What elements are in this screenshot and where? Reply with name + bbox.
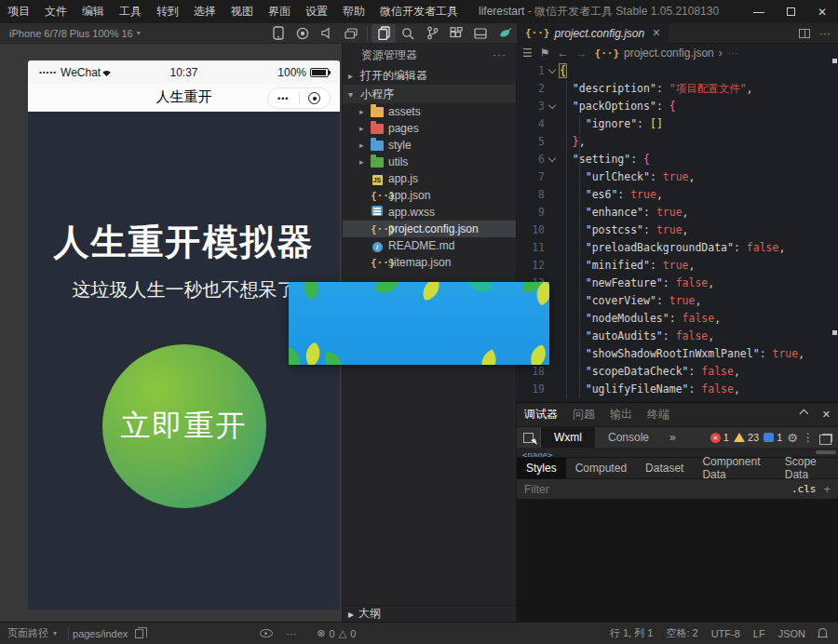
bookmark-icon[interactable]: ⚑ — [540, 47, 550, 60]
tree-item-app.js[interactable]: JSapp.js — [343, 170, 516, 187]
tree-item-README.md[interactable]: iREADME.md — [343, 237, 516, 254]
chevron-right-icon: ▸ — [359, 157, 366, 167]
code-area[interactable]: 1{2 "description": "项目配置文件",3 "packOptio… — [517, 62, 838, 398]
menu-item-编辑[interactable]: 编辑 — [74, 0, 112, 23]
collapse-panel-icon[interactable] — [799, 409, 808, 419]
tree-item-app.wxss[interactable]: app.wxss — [343, 204, 516, 221]
debug-tab-输出[interactable]: 输出 — [610, 407, 632, 423]
tree-item-assets[interactable]: ▸assets — [343, 103, 516, 120]
cls-toggle[interactable]: .cls — [791, 483, 817, 495]
debug-tab-调试器[interactable]: 调试器 — [524, 407, 558, 423]
split-editor-icon[interactable] — [799, 29, 810, 38]
debug-tab-终端[interactable]: 终端 — [647, 407, 669, 423]
fold-chevron-icon[interactable] — [545, 151, 560, 168]
filter-input[interactable]: Filter — [524, 483, 549, 496]
eye-icon[interactable] — [260, 629, 273, 637]
menu-item-界面[interactable]: 界面 — [261, 0, 298, 23]
vertical-dots-icon[interactable]: ⋮ — [803, 431, 814, 444]
windows-icon[interactable] — [339, 24, 363, 43]
inspector-tab-Dataset[interactable]: Dataset — [636, 458, 693, 478]
menu-item-文件[interactable]: 文件 — [37, 0, 74, 23]
fold-chevron-icon[interactable] — [545, 98, 560, 115]
breadcrumb-more[interactable]: ··· — [727, 47, 738, 60]
devtools-tab-Wxml[interactable]: Wxml — [541, 427, 595, 448]
back-arrow-icon[interactable]: ← — [558, 47, 569, 60]
tree-item-style[interactable]: ▸style — [343, 137, 516, 154]
status-11[interactable]: 行 1, 列 1 — [610, 626, 653, 640]
files-icon[interactable] — [372, 24, 396, 43]
outline-section[interactable]: ▸ 大纲 — [343, 605, 516, 622]
close-panel-icon[interactable]: ✕ — [822, 409, 831, 421]
git-branch-icon[interactable] — [420, 24, 444, 43]
inspector-tab-Computed[interactable]: Computed — [566, 458, 636, 478]
inspector-tab-Component-Data[interactable]: Component Data — [693, 458, 775, 478]
add-style-icon[interactable]: + — [823, 482, 831, 496]
mute-icon[interactable] — [315, 24, 339, 43]
compile-icon[interactable] — [493, 24, 517, 43]
phone-icon[interactable] — [266, 24, 291, 43]
status-LF[interactable]: LF — [753, 628, 765, 639]
fold-chevron-icon[interactable] — [545, 62, 560, 80]
inspector-tab-Scope-Data[interactable]: Scope Data — [776, 458, 838, 478]
devtools-tab-Console[interactable]: Console — [595, 427, 662, 448]
tree-item-pages[interactable]: ▸pages — [343, 120, 516, 137]
capsule-close-button[interactable] — [300, 92, 331, 104]
section-小程序[interactable]: ▾小程序 — [343, 85, 516, 103]
wxml-tree-strip[interactable]: <page> — [517, 448, 838, 457]
status-UTF8[interactable]: UTF-8 — [711, 628, 740, 639]
status-JSON[interactable]: JSON — [778, 628, 805, 639]
line-number: 10 — [517, 221, 545, 239]
tree-item-project.config.json[interactable]: {··}project.config.json — [343, 221, 516, 237]
menu-item-工具[interactable]: 工具 — [112, 0, 149, 23]
breadcrumb-file[interactable]: project.config.json — [624, 47, 714, 60]
menu-item-微信开发者工具[interactable]: 微信开发者工具 — [372, 0, 466, 23]
code-editor[interactable]: ☰ ⚑ ← → {··} project.config.json › ··· 1… — [517, 44, 838, 402]
error-badge[interactable]: ✕ 1 — [710, 432, 729, 443]
page-path-selector[interactable]: 页面路径 ▾ — [0, 626, 64, 640]
record-icon[interactable] — [291, 24, 315, 43]
close-button[interactable]: ✕ — [806, 0, 838, 23]
code-line-3: 3 "packOptions": { — [517, 98, 838, 115]
current-page-path[interactable]: pages/index — [73, 628, 143, 639]
panel-icon[interactable] — [468, 24, 493, 43]
bell-icon[interactable] — [818, 628, 827, 637]
minimize-button[interactable]: — — [743, 0, 775, 23]
search-icon[interactable] — [396, 24, 420, 43]
menu-item-帮助[interactable]: 帮助 — [335, 0, 372, 23]
status-2[interactable]: 空格: 2 — [666, 626, 697, 640]
tab-project-config-json[interactable]: {··} project.config.json ✕ — [517, 23, 669, 44]
tree-item-utils[interactable]: ▸utils — [343, 154, 516, 170]
copy-icon[interactable] — [135, 629, 143, 638]
debugger-tabs: 调试器问题输出终端 ✕ — [517, 403, 838, 426]
inspect-element-button[interactable] — [517, 427, 541, 448]
undock-icon[interactable] — [822, 434, 832, 442]
tree-item-app.json[interactable]: {··}app.json — [343, 187, 516, 204]
restart-button[interactable]: 立即重开 — [102, 344, 266, 508]
more-actions-icon[interactable]: ··· — [819, 27, 831, 40]
device-selector[interactable]: iPhone 6/7/8 Plus 100% 16 ▾ — [0, 28, 141, 39]
code-line-18: 18 "scopeDataCheck": false, — [517, 363, 838, 381]
explorer-more-icon[interactable]: ··· — [493, 48, 507, 61]
menu-item-视图[interactable]: 视图 — [223, 0, 261, 23]
menu-item-设置[interactable]: 设置 — [298, 0, 335, 23]
problems-status[interactable]: ⊗ 0 △ 0 — [317, 627, 356, 639]
capsule-menu-button[interactable]: ••• — [268, 94, 299, 103]
gear-icon[interactable]: ⚙ — [787, 431, 798, 445]
debug-tab-问题[interactable]: 问题 — [573, 407, 595, 423]
list-icon[interactable]: ☰ — [522, 47, 533, 60]
forward-arrow-icon[interactable]: → — [576, 47, 588, 60]
close-tab-icon[interactable]: ✕ — [652, 27, 660, 39]
info-badge[interactable]: 1 — [764, 432, 782, 443]
warning-badge[interactable]: 23 — [734, 432, 759, 443]
maximize-button[interactable] — [775, 0, 806, 23]
menu-item-选择[interactable]: 选择 — [186, 0, 223, 23]
more-tabs-icon[interactable]: » — [662, 427, 683, 448]
inspector-tab-Styles[interactable]: Styles — [517, 458, 566, 478]
tree-item-sitemap.json[interactable]: {··}sitemap.json — [343, 254, 516, 271]
menu-item-项目[interactable]: 项目 — [0, 0, 37, 23]
extensions-icon[interactable] — [444, 24, 468, 43]
scrollbar[interactable] — [816, 450, 836, 454]
more-dots-icon[interactable]: ··· — [286, 628, 296, 639]
menu-item-转到[interactable]: 转到 — [149, 0, 186, 23]
section-打开的编辑器[interactable]: ▸打开的编辑器 — [343, 66, 516, 85]
